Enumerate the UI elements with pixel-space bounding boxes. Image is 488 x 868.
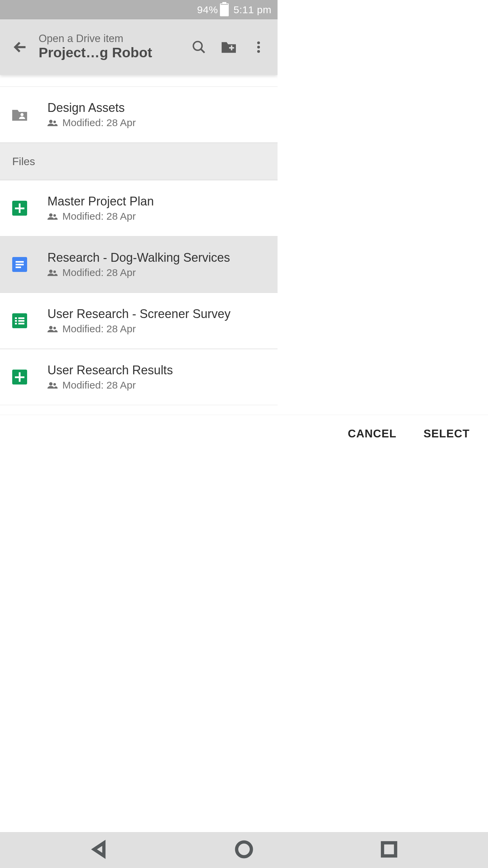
- drive-item-list: Design Assets Modified: 28 Apr Files Mas…: [0, 75, 278, 405]
- more-vert-icon: [251, 40, 266, 55]
- appbar-subtitle: Open a Drive item: [39, 33, 181, 44]
- battery-percent: 94%: [197, 4, 218, 16]
- new-folder-icon: [220, 40, 238, 54]
- status-time: 5:11 pm: [233, 4, 271, 16]
- app-bar: Open a Drive item Project…g Robot: [0, 19, 278, 75]
- appbar-title: Project…g Robot: [39, 44, 181, 61]
- shared-icon: [47, 269, 58, 276]
- shared-icon: [47, 213, 58, 220]
- sheets-icon: [11, 199, 28, 217]
- sheets-icon: [11, 368, 28, 386]
- folder-item[interactable]: Design Assets Modified: 28 Apr: [0, 86, 278, 143]
- item-name: Research - Dog-Walking Services: [47, 251, 278, 264]
- file-item[interactable]: User Research - Screener Survey Modified…: [0, 293, 278, 349]
- appbar-titles: Open a Drive item Project…g Robot: [37, 33, 184, 61]
- shared-icon: [47, 119, 58, 126]
- file-item[interactable]: User Research Results Modified: 28 Apr: [0, 349, 278, 405]
- new-folder-button[interactable]: [214, 19, 244, 75]
- folder-shared-icon: [11, 106, 28, 123]
- item-name: Master Project Plan: [47, 194, 278, 208]
- item-name: User Research - Screener Survey: [47, 307, 278, 321]
- item-modified: Modified: 28 Apr: [62, 211, 136, 222]
- item-name: User Research Results: [47, 363, 278, 377]
- file-item[interactable]: Research - Dog-Walking Services Modified…: [0, 236, 278, 293]
- item-modified: Modified: 28 Apr: [62, 267, 136, 278]
- picker-footer: CANCEL SELECT: [0, 415, 278, 452]
- search-button[interactable]: [184, 19, 214, 75]
- forms-icon: [11, 312, 28, 330]
- file-item[interactable]: Master Project Plan Modified: 28 Apr: [0, 180, 278, 236]
- item-modified: Modified: 28 Apr: [62, 323, 136, 335]
- back-button[interactable]: [3, 19, 37, 75]
- battery-icon: [220, 3, 229, 16]
- item-modified: Modified: 28 Apr: [62, 117, 136, 129]
- item-name: Design Assets: [47, 101, 278, 115]
- more-options-button[interactable]: [244, 19, 273, 75]
- arrow-back-icon: [13, 39, 28, 55]
- shared-icon: [47, 381, 58, 389]
- item-modified: Modified: 28 Apr: [62, 379, 136, 391]
- files-section-header: Files: [0, 143, 278, 180]
- search-icon: [191, 40, 206, 55]
- list-top-gap: [0, 75, 278, 86]
- shared-icon: [47, 325, 58, 333]
- docs-icon: [11, 256, 28, 273]
- status-bar: 94% 5:11 pm: [0, 0, 278, 19]
